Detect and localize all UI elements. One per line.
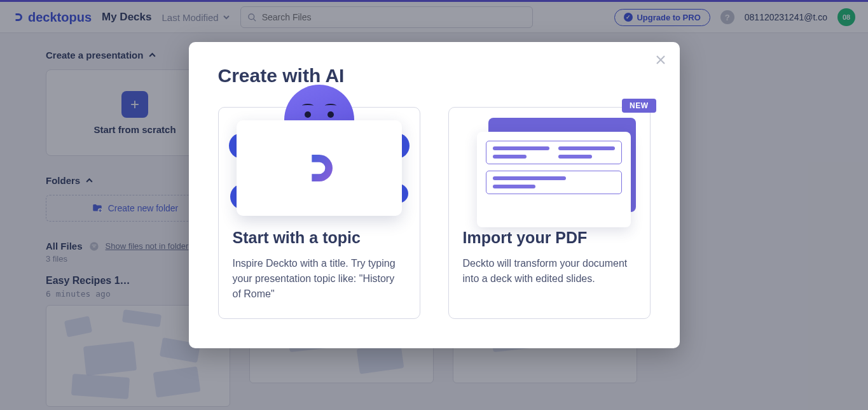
- options-row: Start with a topic Inspire Deckto with a…: [218, 107, 651, 319]
- close-icon: [656, 55, 666, 65]
- close-button[interactable]: [656, 53, 666, 68]
- modal-overlay[interactable]: Create with AI: [0, 0, 868, 410]
- option-title: Import your PDF: [463, 229, 636, 247]
- import-pdf-card[interactable]: NEW: [448, 107, 651, 319]
- create-ai-modal: Create with AI: [189, 42, 680, 348]
- deck-mark-icon: [301, 150, 337, 186]
- modal-title: Create with AI: [218, 65, 651, 87]
- option-desc: Deckto will transform your document into…: [463, 256, 636, 286]
- option-desc: Inspire Deckto with a title. Try typing …: [233, 256, 406, 302]
- start-with-topic-card[interactable]: Start with a topic Inspire Deckto with a…: [218, 107, 420, 319]
- option-title: Start with a topic: [233, 229, 406, 247]
- pdf-illustration: [463, 108, 636, 229]
- topic-illustration: [233, 108, 406, 229]
